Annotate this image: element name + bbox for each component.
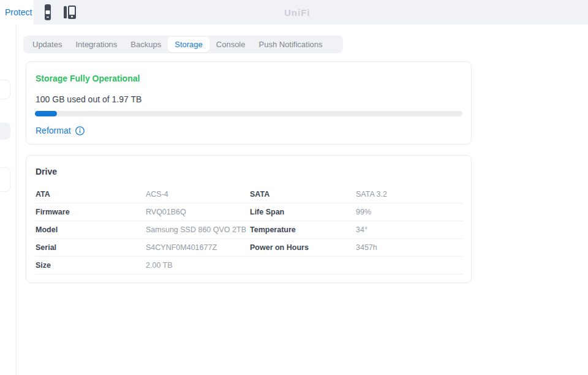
reformat-button[interactable]: Reformat <box>36 126 85 135</box>
table-row: ATA ACS-4 SATA SATA 3.2 <box>36 186 463 203</box>
drive-spec-table: ATA ACS-4 SATA SATA 3.2 Firmware RVQ01B6… <box>36 186 463 275</box>
spec-value: SATA 3.2 <box>356 190 463 199</box>
app-header: Protect UniFi <box>0 0 588 25</box>
protect-app-link[interactable]: Protect <box>5 0 32 25</box>
info-circle-icon[interactable] <box>75 126 85 135</box>
table-row: Model Samsung SSD 860 QVO 2TB Temperatur… <box>36 221 463 239</box>
tab-integrations[interactable]: Integrations <box>69 37 124 52</box>
table-row: Size 2.00 TB <box>36 257 463 275</box>
spec-label: Size <box>36 261 146 270</box>
unifi-logo: UniFi <box>284 7 311 18</box>
tab-updates[interactable]: Updates <box>26 37 69 52</box>
spec-label: Life Span <box>250 208 356 216</box>
storage-status-card: Storage Fully Operational 100 GB used ou… <box>26 61 472 145</box>
sidebar-item-partial-selected <box>0 123 10 140</box>
spec-value: RVQ01B6Q <box>146 208 250 216</box>
spec-label: SATA <box>250 190 356 199</box>
spec-value: 99% <box>356 208 463 216</box>
tab-push-notifications[interactable]: Push Notifications <box>252 37 329 52</box>
spec-label: Power on Hours <box>250 243 356 252</box>
spec-value: 2.00 TB <box>146 261 250 270</box>
drive-card-title: Drive <box>36 167 57 176</box>
camera-device-icon[interactable] <box>40 4 56 20</box>
spec-value: Samsung SSD 860 QVO 2TB <box>146 225 250 234</box>
tab-storage[interactable]: Storage <box>168 37 209 52</box>
sidebar-item-partial <box>0 167 10 192</box>
tab-console[interactable]: Console <box>209 37 252 52</box>
header-device-bar: UniFi <box>34 0 588 25</box>
spec-label: ATA <box>36 190 146 199</box>
spec-label: Firmware <box>36 208 146 216</box>
table-row: Firmware RVQ01B6Q Life Span 99% <box>36 203 463 221</box>
storage-progress-fill <box>35 111 57 116</box>
unifi-protect-storage-page: Protect UniFi <box>0 0 588 375</box>
sidebar-divider <box>0 25 17 375</box>
storage-status-text: Storage Fully Operational <box>36 74 140 83</box>
drive-card: Drive ATA ACS-4 SATA SATA 3.2 Firmware R… <box>26 155 472 283</box>
settings-tabbar: Updates Integrations Backups Storage Con… <box>23 36 343 53</box>
spec-label: Temperature <box>250 225 356 234</box>
spec-label: Model <box>36 225 146 234</box>
reformat-label: Reformat <box>36 126 71 135</box>
tab-backups[interactable]: Backups <box>124 37 168 52</box>
spec-value: S4CYNF0M401677Z <box>146 243 250 252</box>
doorbell-device-icon[interactable] <box>62 4 78 20</box>
storage-usage-text: 100 GB used out of 1.97 TB <box>36 94 141 104</box>
spec-value: 34° <box>356 225 463 234</box>
spec-value: 3457h <box>356 243 463 252</box>
spec-value: ACS-4 <box>146 190 250 199</box>
storage-progress-bar <box>35 111 462 116</box>
spec-label: Serial <box>36 243 146 252</box>
table-row: Serial S4CYNF0M401677Z Power on Hours 34… <box>36 239 463 257</box>
sidebar-item-partial <box>0 80 10 99</box>
